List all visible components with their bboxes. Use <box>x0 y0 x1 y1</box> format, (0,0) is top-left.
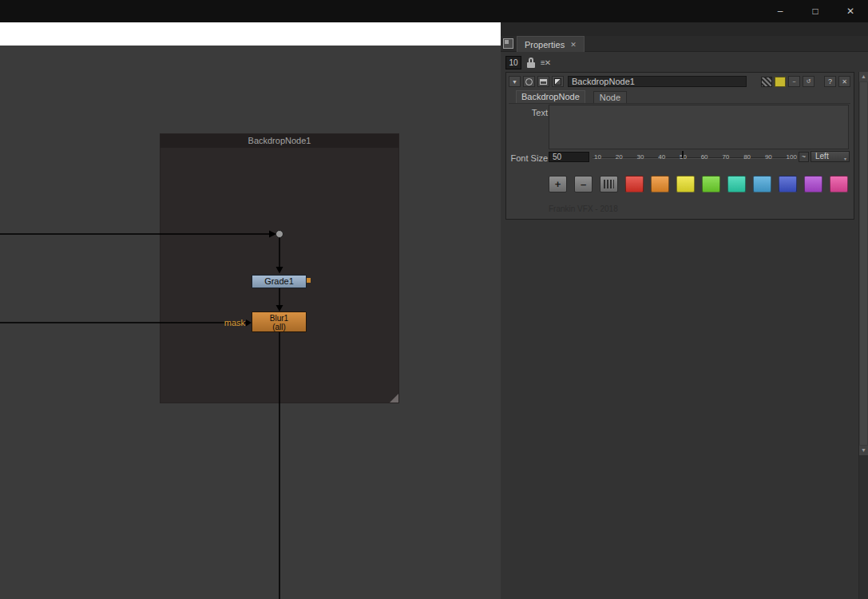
plus-button[interactable]: + <box>549 176 567 192</box>
node-panel-header: ▼ ~ ↺ ? ✕ <box>509 75 850 88</box>
tab-properties[interactable]: Properties ✕ <box>517 36 585 52</box>
collapse-triangle-icon[interactable]: ▼ <box>509 76 521 87</box>
color-swatch[interactable] <box>727 176 746 192</box>
lock-shackle <box>529 58 533 62</box>
slider-tick: 20 <box>616 153 623 161</box>
revert-loop-icon[interactable]: ↺ <box>803 76 814 87</box>
slider-handle[interactable] <box>682 151 684 158</box>
node-panel-header-icons: ~ ↺ ? ✕ <box>761 76 850 87</box>
scroll-up-icon[interactable]: ▲ <box>859 72 868 81</box>
slider-tick: 30 <box>636 153 644 161</box>
align-dropdown[interactable]: Left ▾ <box>811 151 850 162</box>
stripes-icon <box>604 180 614 188</box>
close-icon[interactable]: ✕ <box>833 0 868 22</box>
checkered-icon[interactable] <box>761 77 772 87</box>
color-swatch[interactable] <box>753 176 771 192</box>
slider-tick-labels: 102030405060708090100 <box>594 153 797 161</box>
node-graph[interactable]: BackdropNode1 Grade1 Blur1 (all) mask <box>0 46 501 599</box>
backdrop-node-properties: ▼ ~ ↺ ? ✕ BackdropNode Node <box>505 72 854 220</box>
tab-properties-label: Properties <box>525 40 565 50</box>
font-size-label: Font Size <box>509 153 548 163</box>
animation-curve-icon[interactable]: ~ <box>799 152 809 162</box>
window-titlebar: – □ ✕ <box>0 0 868 22</box>
color-swatch[interactable] <box>676 176 695 192</box>
grade-node[interactable]: Grade1 <box>252 275 307 288</box>
font-size-slider[interactable]: 102030405060708090100 <box>593 150 797 163</box>
application-window: – □ ✕ BackdropNode1 Grade1 Blur1 (all <box>0 0 868 599</box>
max-panels-input[interactable] <box>505 56 521 69</box>
blur-node[interactable]: Blur1 (all) <box>252 311 307 332</box>
color-swatch[interactable] <box>651 176 669 192</box>
scroll-down-icon[interactable]: ▼ <box>859 446 868 455</box>
curve-icon[interactable]: ~ <box>788 76 800 87</box>
font-size-input[interactable] <box>549 152 589 162</box>
slider-tick: 80 <box>743 153 751 161</box>
scrollbar-track-tail <box>858 455 868 599</box>
stripes-button[interactable] <box>600 176 618 192</box>
scrollbar[interactable]: ▲ ▼ <box>858 72 868 455</box>
color-swatch[interactable] <box>625 176 644 192</box>
node-name-input[interactable] <box>568 76 747 87</box>
grade-node-indicator <box>307 278 311 283</box>
node-color-icon[interactable] <box>552 76 564 87</box>
color-swatch[interactable] <box>779 176 797 192</box>
grade-input-arrow <box>276 267 283 274</box>
close-all-panels-icon[interactable]: ≡✕ <box>541 58 550 67</box>
tab-close-icon[interactable]: ✕ <box>570 41 577 49</box>
maximize-icon[interactable]: □ <box>798 0 833 22</box>
node-panel-tabs: BackdropNode Node <box>509 89 850 104</box>
scrollbar-thumb[interactable] <box>860 82 867 445</box>
tab-backdropnode[interactable]: BackdropNode <box>516 90 585 103</box>
pane-top-strip <box>501 22 868 36</box>
chevron-down-icon: ▾ <box>844 154 846 164</box>
pane-menu-icon-detail <box>505 40 509 44</box>
text-field-label: Text <box>513 108 548 117</box>
blur-input-arrow <box>276 305 283 311</box>
dot-node[interactable] <box>276 231 283 238</box>
menu-strip <box>0 22 501 46</box>
yellow-swatch-icon[interactable] <box>775 77 786 87</box>
slider-tick: 10 <box>594 153 601 161</box>
lock-icon[interactable] <box>527 58 535 68</box>
color-swatch-row: + – <box>549 176 850 193</box>
color-swatch[interactable] <box>702 176 720 192</box>
minus-button[interactable]: – <box>574 176 593 192</box>
blur-node-name: Blur1 <box>252 314 306 323</box>
properties-pane: Properties ✕ ≡✕ ▼ ~ <box>501 22 868 599</box>
slider-tick: 100 <box>787 153 797 161</box>
help-button[interactable]: ? <box>824 76 836 87</box>
center-node-icon[interactable] <box>537 76 549 87</box>
color-swatch[interactable] <box>804 176 822 192</box>
close-panel-button[interactable]: ✕ <box>838 76 850 87</box>
window-controls: – □ ✕ <box>763 0 868 22</box>
tab-node[interactable]: Node <box>593 91 627 103</box>
slider-tick: 60 <box>701 153 708 161</box>
lock-body <box>527 62 535 68</box>
slider-tick: 40 <box>658 153 665 161</box>
slider-tick: 70 <box>722 153 729 161</box>
pane-tab-bar: Properties ✕ <box>501 36 868 52</box>
minimize-icon[interactable]: – <box>763 0 798 22</box>
mask-arrow <box>246 319 252 327</box>
align-dropdown-value: Left <box>815 152 829 161</box>
slider-tick: 90 <box>765 153 772 161</box>
watermark-text: Frankin VFX - 2018 <box>549 204 618 213</box>
blur-node-channels: (all) <box>252 323 306 331</box>
text-field[interactable] <box>549 105 849 149</box>
mask-input-label: mask <box>200 318 245 327</box>
pane-menu-icon[interactable] <box>503 38 513 49</box>
properties-toolbar: ≡✕ <box>501 53 868 72</box>
node-wires <box>0 46 501 599</box>
input-wire-arrow <box>269 231 276 238</box>
color-swatch[interactable] <box>830 176 848 192</box>
circle-icon[interactable] <box>523 76 535 87</box>
